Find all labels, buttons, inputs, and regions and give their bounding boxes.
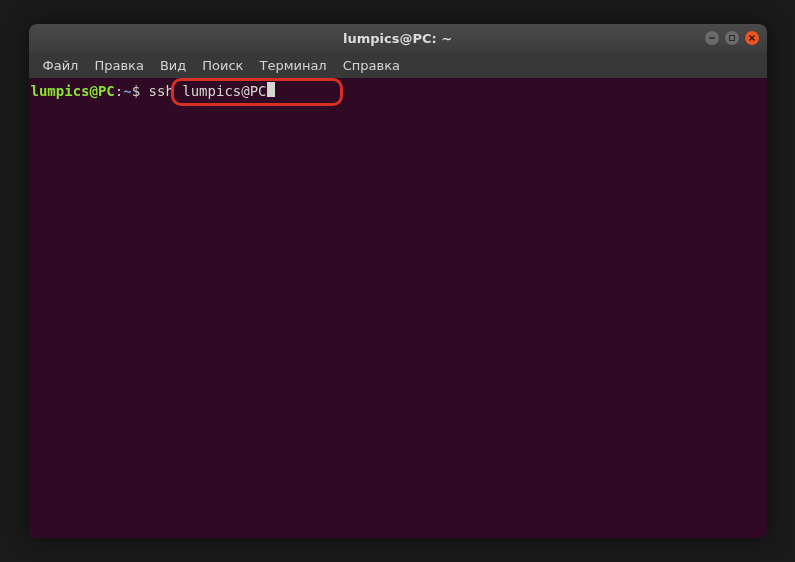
menu-search[interactable]: Поиск [196, 56, 249, 75]
menu-view[interactable]: Вид [154, 56, 192, 75]
command-text: ssh lumpics@PC [140, 82, 266, 100]
menu-edit[interactable]: Правка [88, 56, 149, 75]
svg-rect-1 [729, 36, 734, 41]
maximize-button[interactable] [725, 31, 739, 45]
minimize-button[interactable] [705, 31, 719, 45]
titlebar: lumpics@PC: ~ [29, 24, 767, 52]
window-title: lumpics@PC: ~ [343, 31, 452, 46]
menu-help[interactable]: Справка [337, 56, 406, 75]
terminal-window: lumpics@PC: ~ Файл Правка Вид Поиск Терм… [29, 24, 767, 538]
close-button[interactable] [745, 31, 759, 45]
prompt-path: ~ [123, 82, 131, 100]
menu-file[interactable]: Файл [37, 56, 85, 75]
menubar: Файл Правка Вид Поиск Терминал Справка [29, 52, 767, 78]
prompt-colon: : [115, 82, 123, 100]
window-controls [705, 31, 759, 45]
cursor-icon [267, 82, 275, 97]
terminal-line: lumpics@PC:~$ ssh lumpics@PC [29, 82, 767, 100]
terminal-area[interactable]: lumpics@PC:~$ ssh lumpics@PC [29, 78, 767, 538]
prompt-dollar: $ [132, 82, 140, 100]
menu-terminal[interactable]: Терминал [253, 56, 332, 75]
prompt-user-host: lumpics@PC [31, 82, 115, 100]
